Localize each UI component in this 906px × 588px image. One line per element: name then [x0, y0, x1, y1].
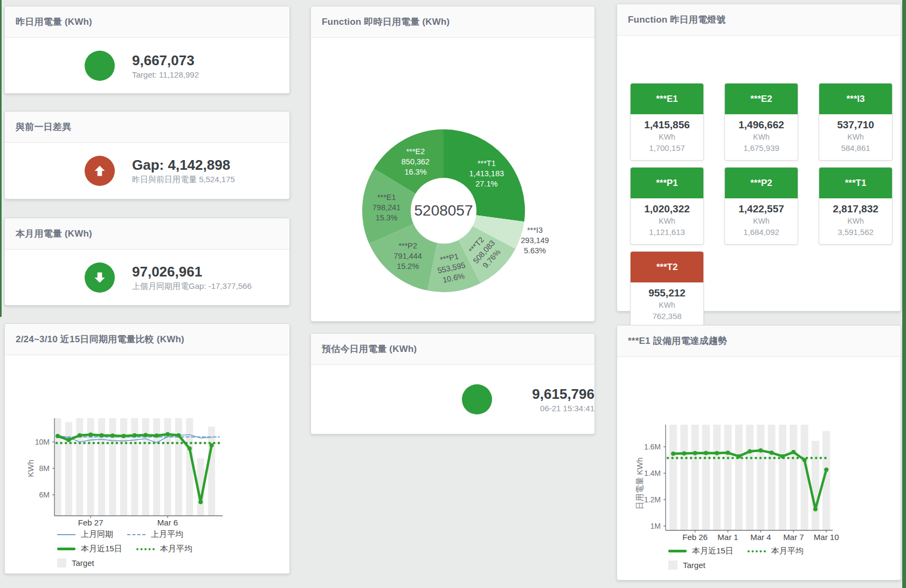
legend-label: 本月近15日: [81, 544, 122, 554]
svg-text:6M: 6M: [39, 490, 50, 499]
light-tile-1[interactable]: ***E11,415,856KWh1,700,157: [630, 83, 704, 161]
tile-target-value: 3,591,562: [819, 227, 892, 237]
arrow-up-icon: [85, 156, 115, 186]
panel-month-usage: 本月用電量 (KWh) 97,026,961 上個月同期用電Gap: -17,3…: [4, 218, 290, 306]
panel-header: 預估今日用電量 (KWh): [311, 334, 594, 365]
tile-unit: KWh: [819, 133, 892, 141]
svg-text:1.4M: 1.4M: [644, 469, 661, 478]
tile-status-header: ***T1: [819, 168, 892, 198]
svg-text:Mar 10: Mar 10: [814, 532, 839, 542]
panel-compare-chart: 2/24~3/10 近15日同期用電量比較 (KWh) 10M8M6MFeb 2…: [4, 323, 290, 574]
tile-value: 1,415,856: [631, 119, 703, 131]
stat-value: 97,026,961: [132, 264, 252, 280]
light-tile-4[interactable]: ***P11,020,322KWh1,121,613: [630, 167, 704, 245]
legend-item-5[interactable]: Target: [57, 558, 94, 568]
svg-text:10M: 10M: [35, 438, 50, 446]
tile-status-header: ***P1: [631, 168, 703, 198]
tile-status-header: ***E2: [725, 84, 798, 114]
tile-value: 1,020,322: [631, 203, 703, 215]
legend-item-2[interactable]: 本月平均: [748, 546, 804, 556]
svg-text:Mar 6: Mar 6: [157, 518, 178, 527]
status-circle-icon: [462, 384, 492, 414]
e1-y-axis-label: 日用電量 KWh: [635, 458, 645, 510]
svg-text:Mar 7: Mar 7: [783, 532, 804, 542]
light-tile-6[interactable]: ***T12,817,832KWh3,591,562: [819, 167, 893, 245]
tile-target-value: 762,358: [631, 312, 703, 321]
legend-item-3[interactable]: Target: [668, 561, 706, 570]
legend-label: 本月近15日: [692, 546, 734, 556]
panel-header: ***E1 設備用電達成趨勢: [617, 326, 901, 357]
compare-legend: 上月同期上月平均本月近15日本月平均Target: [57, 529, 206, 572]
panel-header: 本月用電量 (KWh): [5, 218, 289, 250]
panel-header: Function 即時日用電量 (KWh): [311, 6, 594, 38]
legend-item-3[interactable]: 本月近15日: [57, 544, 122, 554]
stat-subtitle: 昨日與前日用電量 5,524,175: [132, 175, 235, 185]
svg-text:Mar 1: Mar 1: [717, 532, 738, 542]
legend-label: Target: [72, 558, 94, 568]
panel-title: 與前一日差異: [16, 121, 71, 133]
panel-header: Function 昨日用電燈號: [617, 4, 901, 36]
status-circle-icon: [85, 51, 115, 81]
panel-title: 預估今日用電量 (KWh): [322, 343, 417, 355]
stat-subtitle: 上個月同期用電Gap: -17,377,566: [132, 281, 252, 292]
panel-title: 2/24~3/10 近15日同期用電量比較 (KWh): [16, 333, 184, 345]
panel-title: 昨日用電量 (KWh): [16, 16, 92, 28]
svg-text:1.6M: 1.6M: [644, 442, 661, 451]
tile-unit: KWh: [819, 217, 892, 225]
svg-text:1.2M: 1.2M: [644, 495, 661, 504]
light-tile-7[interactable]: ***T2955,212KWh762,358: [630, 251, 704, 329]
panel-title: 本月用電量 (KWh): [16, 227, 92, 240]
estimate-timestamp: 06-21 15:34:41: [510, 404, 594, 413]
tile-target-value: 1,700,157: [631, 143, 703, 153]
compare-y-axis-label: KWh: [26, 460, 35, 478]
left-edge-strip: [0, 0, 2, 317]
panel-header: 與前一日差異: [5, 112, 289, 143]
panel-title: Function 昨日用電燈號: [628, 13, 725, 26]
e1-legend: 本月近15日本月平均Target: [668, 546, 818, 574]
svg-text:5208057: 5208057: [414, 202, 473, 219]
svg-text:Feb 27: Feb 27: [78, 518, 103, 527]
legend-label: 上月平均: [151, 529, 183, 539]
panel-header: 2/24~3/10 近15日同期用電量比較 (KWh): [5, 324, 289, 355]
light-tile-5[interactable]: ***P21,422,557KWh1,684,092: [724, 167, 798, 245]
panel-realtime-donut: Function 即時日用電量 (KWh) ***T11,413,18327.1…: [310, 6, 595, 322]
tile-unit: KWh: [631, 217, 703, 225]
panel-header: 昨日用電量 (KWh): [5, 6, 289, 38]
arrow-down-icon: [85, 262, 115, 293]
tile-value: 537,710: [819, 119, 892, 131]
light-tile-3[interactable]: ***I3537,710KWh584,861: [819, 83, 893, 161]
legend-label: 本月平均: [160, 544, 192, 554]
estimate-value: 9,615,796: [510, 386, 594, 402]
svg-text:1M: 1M: [651, 522, 661, 530]
panel-yesterday-usage: 昨日用電量 (KWh) 9,667,073 Target: 11,128,992: [4, 6, 290, 94]
tile-target-value: 584,861: [819, 143, 892, 153]
tile-value: 2,817,832: [819, 203, 892, 215]
tile-status-header: ***E1: [631, 84, 703, 114]
tile-unit: KWh: [631, 301, 703, 309]
tile-unit: KWh: [725, 133, 798, 141]
legend-label: 上月同期: [81, 529, 113, 539]
tile-value: 955,212: [631, 287, 703, 299]
tile-unit: KWh: [631, 133, 703, 141]
panel-estimate-today: 預估今日用電量 (KWh) 9,615,796 06-21 15:34:41: [310, 333, 595, 434]
legend-label: Target: [683, 561, 706, 570]
donut-chart: ***T11,413,18327.1%***I3293,1495.63%***T…: [311, 38, 594, 322]
tile-unit: KWh: [725, 217, 798, 225]
panel-title: ***E1 設備用電達成趨勢: [628, 335, 727, 347]
tile-status-header: ***I3: [819, 84, 892, 114]
stat-subtitle: Target: 11,128,992: [132, 70, 199, 79]
legend-item-1[interactable]: 本月近15日: [668, 546, 734, 556]
stat-value: 9,667,073: [132, 52, 199, 68]
tile-target-value: 1,121,613: [631, 227, 703, 237]
panel-prev-day-gap: 與前一日差異 Gap: 4,142,898 昨日與前日用電量 5,524,175: [4, 111, 290, 199]
panel-title: Function 即時日用電量 (KWh): [322, 16, 449, 28]
legend-item-2[interactable]: 上月平均: [127, 529, 183, 539]
legend-item-1[interactable]: 上月同期: [57, 529, 113, 539]
tile-status-header: ***P2: [725, 168, 798, 198]
legend-label: 本月平均: [771, 546, 804, 556]
svg-text:Feb 26: Feb 26: [682, 532, 708, 542]
legend-item-4[interactable]: 本月平均: [136, 544, 192, 554]
light-tile-2[interactable]: ***E21,496,662KWh1,675,939: [724, 83, 798, 161]
panel-yesterday-lights: Function 昨日用電燈號 ***E11,415,856KWh1,700,1…: [617, 4, 901, 312]
tile-status-header: ***T2: [631, 252, 703, 282]
